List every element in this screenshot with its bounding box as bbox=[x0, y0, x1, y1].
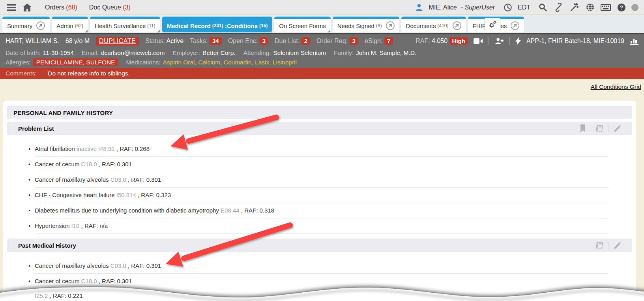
section-header-personal-family-history: PERSONAL AND FAMILY HISTORY bbox=[7, 106, 632, 119]
torn-condition-fragment: I25.2 , RAF: 0.221 bbox=[35, 292, 83, 299]
open-enc-label: Open Enc: bbox=[228, 38, 258, 44]
past-medical-history-header: Past Medical History bbox=[7, 239, 632, 252]
clock-icon[interactable] bbox=[502, 2, 514, 13]
condition-code-link[interactable]: C03.0 bbox=[110, 176, 126, 183]
tasks-badge[interactable]: 34 bbox=[210, 37, 222, 45]
condition-item[interactable]: Atrial fibrillation inactive I48.91 , RA… bbox=[35, 141, 608, 157]
chart-tab[interactable]: Health Surveillance (11) bbox=[90, 17, 160, 32]
doc-queue-link[interactable]: Doc Queue (3) bbox=[89, 4, 131, 11]
journal-icon[interactable] bbox=[591, 241, 608, 249]
tab-count: (9) bbox=[376, 23, 382, 28]
condition-item[interactable]: CHF - Congestive heart failure I50.814 ,… bbox=[35, 188, 608, 203]
condition-code-link[interactable]: I25.2 bbox=[35, 292, 48, 299]
condition-code-link[interactable]: E08.44 bbox=[221, 207, 240, 214]
tab-fold-corner bbox=[85, 30, 88, 32]
raf-prefix: , RAF: bbox=[99, 161, 116, 167]
comments-bar: Comments: Do not release info to sibling… bbox=[0, 68, 644, 79]
tab-label: Summary bbox=[7, 23, 32, 29]
condition-item[interactable]: Diabetes mellitus due to underlying cond… bbox=[35, 203, 608, 218]
raf-value: 0.301 bbox=[146, 262, 161, 269]
keyboard-icon[interactable] bbox=[600, 2, 612, 13]
condition-code-link[interactable]: I50.814 bbox=[116, 192, 136, 198]
tab-settings-button[interactable] bbox=[485, 18, 500, 31]
allergies-value[interactable]: PENICILLAMINE, SULFONE bbox=[33, 58, 118, 66]
orders-link[interactable]: Orders (68) bbox=[45, 4, 77, 11]
chart-tab[interactable]: Documents (410) bbox=[401, 17, 466, 32]
raf-value: 0.268 bbox=[135, 145, 150, 152]
status-value: Active bbox=[167, 38, 184, 44]
raf-level-badge[interactable]: High bbox=[449, 37, 468, 45]
esign-label: eSign: bbox=[365, 38, 382, 44]
globe-icon[interactable] bbox=[584, 2, 596, 13]
esign-badge[interactable]: 7 bbox=[384, 37, 393, 45]
due-list-label: Due List: bbox=[275, 38, 300, 44]
medications-label: Medications: bbox=[126, 59, 161, 66]
user-avatar-icon[interactable] bbox=[413, 2, 425, 13]
external-link-icon[interactable] bbox=[511, 21, 519, 30]
search-icon[interactable] bbox=[537, 2, 549, 13]
condition-name: Hypertension bbox=[35, 222, 69, 229]
edit-pencil-icon[interactable] bbox=[608, 242, 626, 249]
condition-code-link[interactable]: C03.0 bbox=[110, 262, 126, 269]
chart-tab[interactable]: Summary bbox=[2, 17, 50, 32]
chart-tab[interactable]: On Screen Forms bbox=[274, 17, 330, 32]
condition-code-link[interactable]: I48.91 bbox=[98, 145, 115, 152]
chart-tab[interactable]: Needs Signed (9) bbox=[333, 17, 399, 32]
external-link-icon[interactable] bbox=[386, 21, 395, 30]
tab-label: Needs Signed bbox=[337, 23, 374, 29]
chart-icon[interactable] bbox=[630, 37, 638, 45]
email-label: Email: bbox=[82, 49, 99, 56]
email-value[interactable]: dcarlson@mieweb.com bbox=[101, 49, 165, 56]
help-icon[interactable]: ? bbox=[616, 2, 627, 13]
webchart-app: Orders (68) Doc Queue (3) MIE, Alice - S… bbox=[0, 0, 644, 301]
chart-tabs: Summary Admin (62) Health Surveillanc bbox=[0, 15, 644, 33]
link-icon[interactable] bbox=[552, 2, 564, 13]
condition-item[interactable]: I25.2 , RAF: 0.221 bbox=[35, 289, 608, 301]
journal-icon[interactable] bbox=[591, 124, 608, 132]
edit-pencil-icon[interactable] bbox=[608, 125, 626, 132]
chart-tab[interactable]: Admin (62) bbox=[52, 17, 88, 32]
condition-code-link[interactable]: C18.0 bbox=[81, 161, 97, 167]
comments-text: Do not release info to siblings. bbox=[48, 70, 130, 77]
condition-item[interactable]: Cancer of cecum C18.0 , RAF: 0.301 bbox=[35, 274, 608, 289]
comments-label: Comments: bbox=[6, 70, 37, 77]
attending-value: Selenium Selenium bbox=[273, 49, 326, 56]
due-list-badge[interactable]: 2 bbox=[301, 37, 310, 45]
medications-links[interactable]: Aspirin Oral, Calcium, Coumadin, Lasix, … bbox=[163, 59, 297, 66]
user-name[interactable]: MIE, Alice bbox=[429, 4, 457, 11]
duplicate-flag[interactable]: DUPLICATE bbox=[96, 37, 139, 45]
external-link-icon[interactable] bbox=[453, 21, 461, 30]
condition-item[interactable]: Cancer of maxillary alveolus C03.0 , RAF… bbox=[35, 258, 608, 274]
condition-code-link[interactable]: C18.0 bbox=[81, 278, 97, 284]
raf-score: 4.050 bbox=[432, 38, 447, 44]
doc-queue-label: Doc Queue bbox=[89, 4, 121, 11]
tasks-label: Tasks: bbox=[190, 38, 208, 44]
condition-item[interactable]: Hypertension I10 , RAF: n/a bbox=[35, 218, 608, 234]
tab-count: (241) bbox=[212, 23, 223, 28]
condition-name: Cancer of cecum bbox=[35, 161, 79, 167]
add-patient-icon[interactable] bbox=[494, 37, 504, 45]
bolt-icon[interactable] bbox=[515, 37, 521, 45]
order-req-badge[interactable]: 3 bbox=[350, 37, 358, 45]
family-label: Family: bbox=[334, 49, 354, 56]
open-enc-badge[interactable]: 3 bbox=[260, 37, 268, 45]
hamburger-menu-icon[interactable] bbox=[6, 2, 17, 13]
condition-item[interactable]: Cancer of maxillary alveolus C03.0 , RAF… bbox=[35, 172, 608, 188]
chart-tab[interactable]: Medical Record (241) :Conditions (15) bbox=[162, 17, 273, 32]
raf-prefix: , RAF: bbox=[241, 207, 258, 214]
raf-prefix: , RAF: bbox=[81, 222, 98, 229]
wand-icon[interactable] bbox=[568, 2, 580, 13]
condition-name: Diabetes mellitus due to underlying cond… bbox=[35, 207, 219, 214]
session-status-dot bbox=[631, 4, 638, 11]
divider bbox=[509, 37, 510, 45]
conditions-card: PERSONAL AND FAMILY HISTORY Problem List bbox=[3, 101, 636, 301]
patient-demographics: Date of birth:11-30-1954 Email:dcarlson@… bbox=[0, 47, 644, 68]
condition-code-link[interactable]: I10 bbox=[71, 222, 80, 229]
home-icon[interactable] bbox=[21, 2, 33, 13]
all-conditions-grid-link[interactable]: All Conditions Grid bbox=[591, 83, 641, 90]
video-camera-icon[interactable] bbox=[474, 38, 483, 45]
external-link-icon[interactable] bbox=[36, 21, 45, 30]
condition-item[interactable]: Cancer of cecum C18.0 , RAF: 0.301 bbox=[35, 157, 608, 172]
bookmark-icon[interactable] bbox=[575, 124, 591, 132]
tab-label: Admin bbox=[56, 23, 73, 29]
